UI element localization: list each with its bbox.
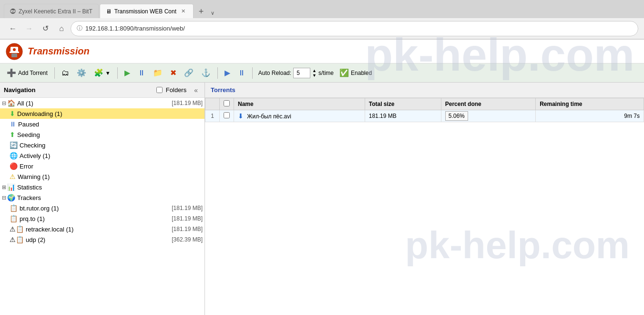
new-tab-button[interactable]: + — [194, 5, 208, 18]
torrents-panel: Torrents Name Total size Percent done Re… — [205, 83, 644, 315]
sidebar-item-seeding-label: Seeding — [17, 131, 203, 138]
svg-rect-2 — [10, 52, 19, 53]
actively-icon: 🌐 — [10, 152, 18, 159]
trackers-toggle-icon[interactable]: ⊟ — [2, 195, 6, 201]
sidebar-item-paused[interactable]: ⏸ Paused — [0, 119, 204, 129]
folders-checkbox-label[interactable]: Folders — [156, 86, 186, 94]
torrent-name: Жил-был пёс.avi — [247, 113, 291, 120]
col-remaining-time[interactable]: Remaining time — [536, 98, 644, 110]
seeding-icon: ⬆ — [10, 131, 15, 138]
auto-reload-spinners: ▲▼ — [312, 68, 317, 78]
torrent-remaining-time: 9m 7s — [536, 110, 644, 122]
start-button[interactable]: ▶ — [122, 67, 133, 79]
sidebar-item-trackers[interactable]: ⊟ 🌍 Trackers — [0, 192, 204, 203]
start-all-icon: ▶ — [225, 68, 230, 77]
col-total-size[interactable]: Total size — [365, 98, 441, 110]
sidebar-item-error[interactable]: 🔴 Error — [0, 161, 204, 171]
bt-rutor-icon: 📋 — [10, 204, 18, 212]
toolbar-sep1 — [54, 67, 55, 79]
table-row[interactable]: 1 ⬇ Жил-был пёс.avi 181.19 MB 5.06% 9m 7… — [205, 110, 644, 122]
toolbar: ➕ Add Torrent 🗂 ⚙️ 🧩 ▼ ▶ ⏸ 📁 ✖ 🔗 — [0, 63, 644, 83]
torrents-header: Torrents — [205, 83, 644, 98]
select-all-checkbox[interactable] — [224, 100, 230, 106]
forward-button[interactable]: → — [22, 21, 36, 36]
sidebar-item-all-label: All (1) — [17, 100, 172, 107]
sidebar-item-actively-label: Actively (1) — [20, 152, 203, 159]
auto-reload-input[interactable] — [293, 68, 310, 78]
open-folder-button[interactable]: 🗂 — [59, 67, 72, 79]
address-bar[interactable]: ⓘ 192.168.1.1:8090/transmission/web/ — [71, 21, 638, 36]
tab-close-button[interactable]: ✕ — [179, 7, 187, 15]
reload-button[interactable]: ↺ — [38, 21, 52, 36]
statistics-icon: 📊 — [7, 183, 15, 191]
home-button[interactable]: ⌂ — [54, 21, 69, 36]
enabled-label[interactable]: ✅ Enabled — [339, 68, 372, 77]
sidebar-item-paused-label: Paused — [18, 121, 203, 128]
sidebar-item-warning[interactable]: ⚠ Warning (1) — [0, 171, 204, 182]
folders-label: Folders — [166, 86, 186, 94]
plugin-button[interactable]: 🧩 ▼ — [91, 67, 113, 79]
pause-all-button[interactable]: ⏸ — [235, 67, 248, 79]
app-logo-icon — [6, 43, 23, 60]
error-icon: 🔴 — [10, 162, 18, 170]
tab-zyxel-favicon: ⓶ — [10, 8, 16, 15]
open-folder-icon: 🗂 — [61, 69, 69, 77]
start-all-button[interactable]: ▶ — [222, 67, 233, 79]
all-toggle-icon[interactable]: ⊟ — [2, 100, 6, 106]
col-percent-done[interactable]: Percent done — [441, 98, 535, 110]
tab-dropdown-button[interactable]: ∨ — [208, 8, 217, 18]
settings-icon: ⚙️ — [77, 68, 86, 77]
folders-checkbox[interactable] — [156, 87, 163, 93]
settings-button[interactable]: ⚙️ — [74, 67, 89, 79]
info-button[interactable]: 🔗 — [181, 67, 196, 79]
paused-icon: ⏸ — [10, 120, 16, 128]
sidebar-item-all[interactable]: ⊟ 🏠 All (1) [181.19 MB] — [0, 98, 204, 108]
tab-transmission[interactable]: 🖥 Transmission WEB Cont ✕ — [100, 4, 194, 18]
statistics-toggle-icon[interactable]: ⊞ — [2, 184, 6, 190]
torrent-checkbox-cell — [220, 110, 234, 122]
address-info-icon: ⓘ — [77, 24, 82, 32]
folder-open-button[interactable]: 📁 — [150, 67, 165, 79]
torrent-num: 1 — [205, 110, 220, 122]
col-name[interactable]: Name — [234, 98, 365, 110]
checking-icon: 🔄 — [10, 141, 18, 149]
sidebar-item-prq-to[interactable]: 📋 prq.to (1) [181.19 MB] — [0, 213, 204, 224]
all-icon: 🏠 — [7, 99, 15, 107]
browser-chrome: ⓶ Zyxel Keenetic Extra II – BitT 🖥 Trans… — [0, 0, 644, 40]
app-header: Transmission — [0, 40, 644, 63]
back-button[interactable]: ← — [6, 21, 20, 36]
toolbar-sep4 — [252, 67, 253, 79]
sidebar-item-udp[interactable]: ⚠📋 udp (2) [362.39 MB] — [0, 234, 204, 245]
sidebar-item-retracker[interactable]: ⚠📋 retracker.local (1) [181.19 MB] — [0, 224, 204, 234]
toolbar-sep3 — [217, 67, 218, 79]
remove-button[interactable]: ✖ — [167, 67, 179, 79]
sidebar-item-retracker-size: [181.19 MB] — [172, 226, 203, 232]
sidebar-item-seeding[interactable]: ⬆ Seeding — [0, 129, 204, 140]
sidebar-item-actively[interactable]: 🌐 Actively (1) — [0, 150, 204, 161]
tab-bar: ⓶ Zyxel Keenetic Extra II – BitT 🖥 Trans… — [0, 0, 644, 18]
magnet-button[interactable]: ⚓ — [198, 67, 214, 79]
sidebar-item-downloading[interactable]: ⬇ Downloading (1) — [0, 108, 204, 119]
sidebar-item-statistics-label: Statistics — [17, 184, 203, 191]
percent-box: 5.06% — [445, 111, 468, 121]
pause-button[interactable]: ⏸ — [135, 67, 148, 79]
retracker-icon: ⚠📋 — [10, 225, 24, 233]
torrent-checkbox[interactable] — [224, 112, 230, 118]
sidebar-item-checking[interactable]: 🔄 Checking — [0, 140, 204, 150]
remove-icon: ✖ — [170, 68, 176, 77]
app-container: Transmission ➕ Add Torrent 🗂 ⚙️ 🧩 ▼ ▶ ⏸ … — [0, 40, 644, 315]
sidebar-item-statistics[interactable]: ⊞ 📊 Statistics — [0, 182, 204, 192]
add-torrent-button[interactable]: ➕ Add Torrent — [4, 67, 51, 79]
tab-zyxel[interactable]: ⓶ Zyxel Keenetic Extra II – BitT — [4, 4, 99, 18]
torrent-name-cell: ⬇ Жил-был пёс.avi — [234, 110, 365, 122]
address-text: 192.168.1.1:8090/transmission/web/ — [85, 25, 632, 32]
sidebar-item-udp-size: [362.39 MB] — [172, 236, 203, 243]
plugin-dropdown-icon: ▼ — [105, 70, 111, 76]
sidebar-item-bt-rutor[interactable]: 📋 bt.rutor.org (1) [181.19 MB] — [0, 203, 204, 213]
sidebar-item-error-label: Error — [20, 163, 203, 170]
plugin-icon: 🧩 — [94, 68, 103, 77]
sidebar-collapse-button[interactable]: « — [191, 85, 201, 95]
info-icon: 🔗 — [184, 68, 194, 77]
sidebar-item-prq-to-size: [181.19 MB] — [172, 215, 203, 222]
magnet-icon: ⚓ — [201, 68, 211, 77]
